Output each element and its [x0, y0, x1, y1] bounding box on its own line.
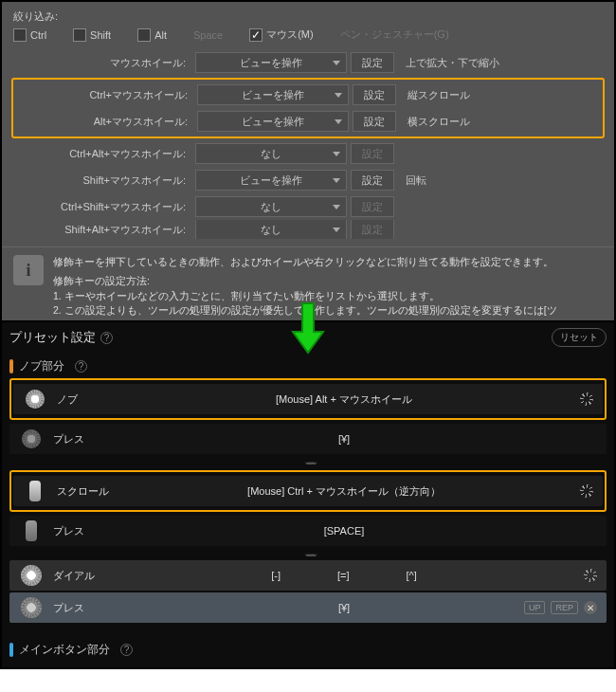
row-name: スクロール [57, 484, 171, 499]
assign-select[interactable]: なし [195, 143, 347, 164]
press-icon [26, 520, 37, 541]
section-mark-icon [9, 643, 13, 657]
preset-header: プリセット設定 ? リセット [9, 328, 607, 347]
highlighted-row-scroll: スクロール [Mouse] Ctrl + マウスホイール（逆方向） [9, 470, 607, 512]
chevron-down-icon [9, 456, 607, 466]
filter-row: 絞り込み: Ctrl Shift Alt Space マウス(M) ペン・ジェス… [2, 8, 614, 49]
assign-settings-button[interactable]: 設定 [351, 52, 394, 73]
assign-label: Shift+マウスホイール: [11, 173, 191, 188]
filter-shift[interactable]: Shift [73, 28, 111, 42]
assign-row: Ctrl+マウスホイール: ビューを操作 設定 縦スクロール [13, 82, 603, 108]
assign-label: Ctrl+Alt+マウスホイール: [11, 147, 191, 161]
assign-select[interactable]: ビューを操作 [197, 111, 349, 132]
assign-label: マウスホイール: [11, 56, 191, 70]
close-icon[interactable]: ✕ [584, 601, 597, 614]
filter-ctrl[interactable]: Ctrl [13, 28, 46, 42]
assign-settings-button: 設定 [351, 220, 394, 239]
assign-settings-button[interactable]: 設定 [353, 111, 396, 132]
assign-row: Alt+マウスホイール: ビューを操作 設定 横スクロール [13, 108, 603, 135]
row-binding: [Mouse] Alt + マウスホイール [171, 392, 517, 407]
dial-icon [21, 565, 42, 586]
filter-mouse[interactable]: マウス(M) [249, 27, 314, 42]
row-binding: [¥] [167, 433, 521, 445]
assign-row: Shift+マウスホイール: ビューを操作 設定 回転 [11, 167, 605, 193]
preset-row-dial[interactable]: ダイアル [-] [=] [^] [9, 560, 607, 591]
filter-title: 絞り込み: [13, 9, 603, 24]
highlighted-group-top: Ctrl+マウスホイール: ビューを操作 設定 縦スクロール Alt+マウスホイ… [11, 78, 605, 138]
spinner-icon [580, 392, 593, 406]
reset-button[interactable]: リセット [552, 328, 607, 347]
help-icon[interactable]: ? [120, 644, 133, 656]
row-name: ノブ [57, 392, 171, 407]
assignment-rows: マウスホイール: ビューを操作 設定 上で拡大・下で縮小 Ctrl+マウスホイー… [2, 49, 614, 246]
assign-select[interactable]: ビューを操作 [195, 170, 347, 191]
row-binding: [¥] [167, 602, 521, 613]
row-binding: [Mouse] Ctrl + マウスホイール（逆方向） [171, 484, 517, 499]
assign-settings-button: 設定 [351, 196, 394, 217]
info-icon: i [13, 255, 44, 285]
preset-title: プリセット設定 [9, 330, 96, 346]
preset-row-scroll[interactable]: スクロール [Mouse] Ctrl + マウスホイール（逆方向） [13, 476, 603, 506]
row-name: プレス [53, 524, 167, 538]
row-binding: [SPACE] [167, 525, 521, 537]
assign-label: Alt+マウスホイール: [13, 115, 193, 129]
preset-row-press[interactable]: プレス [¥] UP REP ✕ [9, 592, 607, 623]
row-name: プレス [53, 601, 167, 615]
scroll-icon [29, 481, 41, 501]
section-knob: ノブ部分 ? [9, 358, 607, 374]
preset-row-knob[interactable]: ノブ [Mouse] Alt + マウスホイール [13, 384, 603, 414]
preset-row-press[interactable]: プレス [¥] [9, 424, 607, 454]
preset-row-press[interactable]: プレス [SPACE] [9, 516, 607, 546]
assign-settings-button[interactable]: 設定 [351, 170, 394, 191]
help-icon[interactable]: ? [75, 360, 87, 373]
assign-select[interactable]: ビューを操作 [197, 84, 349, 105]
assign-row: Ctrl+Alt+マウスホイール: なし 設定 [11, 140, 605, 167]
press-icon [21, 597, 42, 618]
assign-row: Shift+Alt+マウスホイール: なし 設定 [11, 220, 605, 239]
pill-up[interactable]: UP [524, 601, 546, 614]
spinner-icon [580, 484, 593, 498]
assign-row: Ctrl+Shift+マウスホイール: なし 設定 [11, 193, 605, 220]
filter-space: Space [193, 29, 223, 41]
filter-alt[interactable]: Alt [137, 28, 167, 42]
preset-settings-panel: プリセット設定 ? リセット ノブ部分 ? ノブ [Mouse] Alt + マ… [0, 320, 616, 669]
assign-select[interactable]: ビューを操作 [195, 52, 347, 73]
assign-desc: 縦スクロール [400, 88, 603, 102]
assign-desc: 回転 [398, 173, 605, 188]
knob-icon [26, 390, 45, 409]
press-icon [22, 429, 41, 448]
assign-settings-button: 設定 [351, 143, 394, 164]
help-icon[interactable]: ? [100, 332, 113, 344]
highlighted-row-knob: ノブ [Mouse] Alt + マウスホイール [9, 378, 607, 420]
section-mark-icon [9, 359, 13, 373]
info-box: i 修飾キーを押下しているときの動作、およびホイールや右クリックなどに割り当てる… [2, 246, 614, 326]
assign-label: Ctrl+Shift+マウスホイール: [11, 200, 191, 214]
assign-row: マウスホイール: ビューを操作 設定 上で拡大・下で縮小 [11, 49, 605, 76]
assign-desc: 横スクロール [400, 115, 603, 129]
spinner-icon [584, 569, 597, 582]
row-name: ダイアル [53, 569, 167, 583]
filter-pen: ペン・ジェスチャー(G) [340, 27, 449, 42]
pill-rep[interactable]: REP [551, 601, 578, 614]
section-main-button: メインボタン部分 ? [9, 642, 607, 658]
chevron-down-icon [9, 548, 607, 558]
row-binding: [-] [=] [^] [167, 570, 521, 581]
modifier-settings-panel: 絞り込み: Ctrl Shift Alt Space マウス(M) ペン・ジェス… [0, 0, 616, 328]
assign-label: Ctrl+マウスホイール: [13, 88, 193, 102]
assign-desc: 上で拡大・下で縮小 [398, 56, 605, 70]
assign-select[interactable]: なし [195, 220, 347, 239]
info-text: 修飾キーを押下しているときの動作、およびホイールや右クリックなどに割り当てる動作… [53, 255, 603, 319]
assign-select[interactable]: なし [195, 196, 347, 217]
assign-settings-button[interactable]: 設定 [353, 84, 396, 105]
row-name: プレス [53, 432, 167, 446]
assign-label: Shift+Alt+マウスホイール: [11, 223, 191, 237]
